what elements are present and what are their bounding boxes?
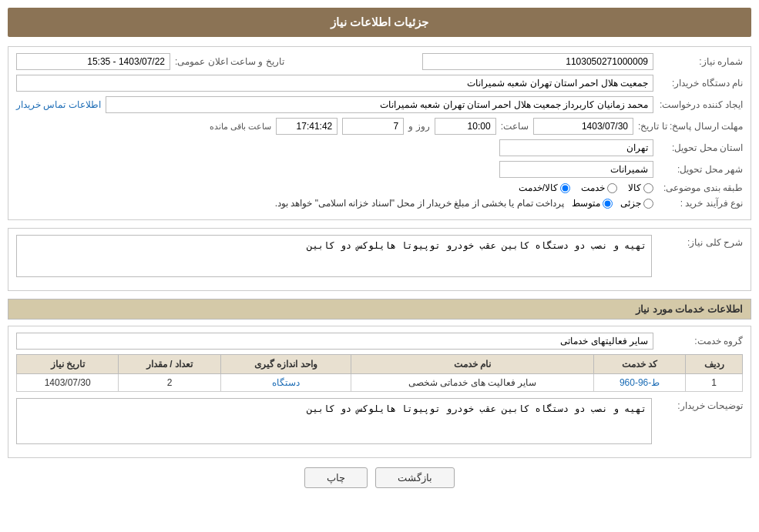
col-header-qty: تعداد / مقدار [119, 355, 220, 374]
deadline-date: 1403/07/30 [533, 118, 633, 135]
cell-unit: دستگاه [220, 374, 351, 392]
cell-qty: 2 [119, 374, 220, 392]
cell-date: 1403/07/30 [17, 374, 119, 392]
purchase-option-jozi[interactable]: جزئی [620, 198, 653, 209]
cell-row: 1 [686, 374, 743, 392]
cell-code: ط-96-960 [593, 374, 685, 392]
deadline-remaining-label: ساعت باقی مانده [210, 122, 271, 132]
purchase-type-label: نوع فرآیند خرید : [658, 198, 743, 209]
service-group-label: گروه خدمت: [658, 336, 743, 346]
deadline-label: مهلت ارسال پاسخ: تا تاریخ: [638, 121, 743, 132]
deadline-time-label: ساعت: [501, 121, 529, 132]
city-value: شمیرانات [499, 161, 653, 178]
need-number-label: شماره نیاز: [658, 56, 743, 67]
need-description-label: شرح کلی نیاز: [658, 235, 743, 248]
announce-value: 1403/07/22 - 15:35 [16, 53, 170, 70]
buyer-notes-label: توضیحات خریدار: [658, 398, 743, 411]
province-value: تهران [499, 139, 653, 156]
purchase-type-group: جزئی متوسط پرداخت تمام یا بخشی از مبلغ خ… [275, 198, 653, 209]
services-section-header: اطلاعات خدمات مورد نیاز [8, 299, 751, 320]
back-button[interactable]: بازگشت [375, 467, 455, 488]
city-label: شهر محل تحویل: [658, 164, 743, 175]
action-buttons: بازگشت چاپ [8, 467, 751, 488]
creator-label: ایجاد کننده درخواست: [658, 99, 743, 110]
cell-name: سایر فعالیت های خدماتی شخصی [351, 374, 594, 392]
col-header-name: نام خدمت [351, 355, 594, 374]
contact-info-link[interactable]: اطلاعات تماس خریدار [16, 99, 101, 110]
deadline-time-value: 10:00 [435, 118, 496, 135]
col-header-row: ردیف [686, 355, 743, 374]
buyer-notes-box [16, 398, 652, 447]
deadline-day-label: روز و [408, 121, 429, 132]
col-header-code: کد خدمت [593, 355, 685, 374]
col-header-date: تاریخ نیاز [17, 355, 119, 374]
org-name-value: جمعیت هلال احمر استان تهران شعبه شمیرانا… [16, 75, 653, 92]
service-group-value: سایر فعالیتهای خدماتی [16, 333, 653, 350]
services-table: ردیف کد خدمت نام خدمت واحد اندازه گیری ت… [16, 354, 743, 392]
services-table-container: ردیف کد خدمت نام خدمت واحد اندازه گیری ت… [16, 354, 743, 392]
creator-value: محمد زمانیان کاربرداز جمعیت هلال احمر اس… [106, 96, 653, 113]
table-row: 1 ط-96-960 سایر فعالیت های خدماتی شخصی د… [17, 374, 743, 392]
print-button[interactable]: چاپ [304, 467, 368, 488]
category-option-kala[interactable]: کالا [628, 182, 653, 193]
announce-label: تاریخ و ساعت اعلان عمومی: [175, 56, 284, 67]
need-number-value: 1103050271000009 [422, 53, 653, 70]
category-label: طبقه بندی موضوعی: [658, 182, 743, 193]
category-option-kala-khedmat[interactable]: کالا/خدمت [519, 182, 570, 193]
page-title: جزئیات اطلاعات نیاز [8, 8, 751, 37]
deadline-remaining-value: 17:41:42 [276, 118, 338, 135]
category-radio-group: کالا خدمت کالا/خدمت [519, 182, 653, 193]
province-label: استان محل تحویل: [658, 142, 743, 153]
need-description-textarea [16, 235, 652, 277]
col-header-unit: واحد اندازه گیری [220, 355, 351, 374]
need-description-box [16, 235, 652, 279]
deadline-days-value: 7 [342, 118, 404, 135]
category-option-khedmat[interactable]: خدمت [581, 182, 617, 193]
purchase-option-motevaset[interactable]: متوسط [572, 198, 613, 209]
buyer-notes-textarea [16, 398, 652, 444]
purchase-note: پرداخت تمام یا بخشی از مبلغ خریدار از مح… [275, 198, 564, 209]
org-name-label: نام دستگاه خریدار: [658, 78, 743, 89]
